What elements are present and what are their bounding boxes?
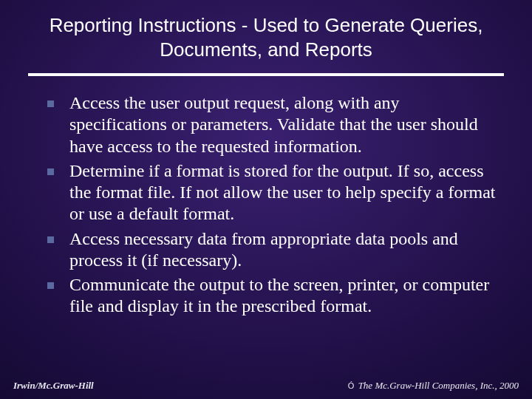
title-area: Reporting Instructions - Used to Generat…: [0, 0, 532, 69]
list-item: Access necessary data from appropriate d…: [44, 228, 499, 272]
list-item: Access the user output request, along wi…: [44, 92, 499, 157]
copyright-symbol: Ó: [348, 381, 355, 390]
list-item: Determine if a format is stored for the …: [44, 160, 499, 225]
list-item: Communicate the output to the screen, pr…: [44, 274, 499, 318]
footer: Irwin/Mc.Graw-Hill Ó The Mc.Graw-Hill Co…: [0, 380, 532, 392]
page-title: Reporting Instructions - Used to Generat…: [44, 13, 488, 61]
content-area: Access the user output request, along wi…: [0, 76, 532, 318]
footer-right-text: The Mc.Graw-Hill Companies, Inc., 2000: [355, 380, 519, 391]
footer-right: Ó The Mc.Graw-Hill Companies, Inc., 2000: [348, 380, 519, 392]
bullet-list: Access the user output request, along wi…: [44, 92, 499, 318]
footer-left: Irwin/Mc.Graw-Hill: [13, 380, 94, 392]
